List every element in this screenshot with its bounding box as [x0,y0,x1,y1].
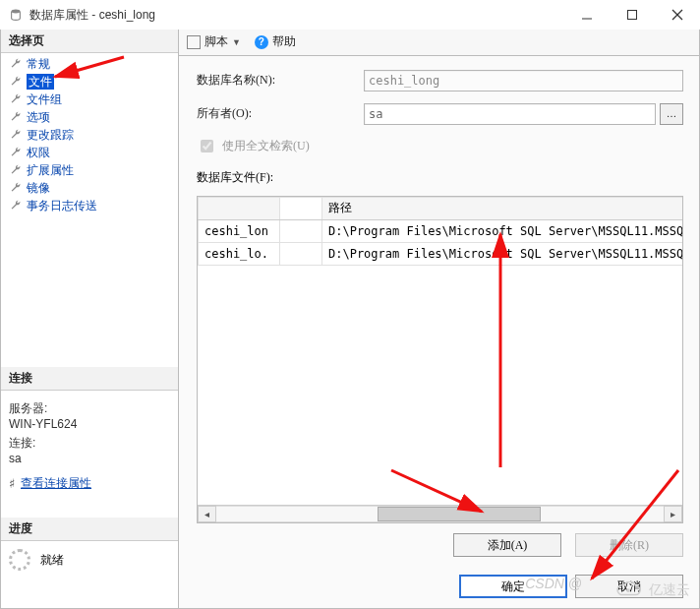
col-name-header[interactable] [199,197,280,219]
watermark-ysy: 亿速云 [613,581,690,599]
file-name-cell[interactable]: ceshi_lo. [199,242,280,265]
col-blank-header[interactable] [280,197,322,219]
db-files-grid[interactable]: 路径 ceshi_lon D:\Program Files\Microsoft … [197,196,683,523]
file-path-cell[interactable]: D:\Program Files\Microsoft SQL Server\MS… [322,242,684,265]
connection-block: 服务器: WIN-YFL624 连接: sa ♯ 查看连接属性 [1,391,178,500]
table-row[interactable]: ceshi_lon D:\Program Files\Microsoft SQL… [199,219,684,242]
progress-block: 就绪 [1,541,178,579]
title-bar: 数据库属性 - ceshi_long [0,0,700,30]
wrench-icon [9,181,23,195]
table-row[interactable]: ceshi_lo. D:\Program Files\Microsoft SQL… [199,242,684,265]
wrench-icon [9,128,23,142]
progress-status: 就绪 [40,552,64,569]
nav-item-permissions[interactable]: 权限 [1,144,178,161]
owner-label: 所有者(O): [197,105,364,122]
select-page-header: 选择页 [1,30,178,53]
wrench-icon [9,110,23,124]
horizontal-scrollbar[interactable]: ◂ ▸ [198,505,682,522]
connection-value: sa [9,452,170,465]
server-label: 服务器: [9,400,170,417]
nav-item-filegroups[interactable]: 文件组 [1,91,178,108]
owner-browse-button[interactable]: … [660,103,683,125]
fulltext-label: 使用全文检索(U) [222,138,310,154]
scroll-right-arrow[interactable]: ▸ [664,506,682,522]
nav-item-mirroring[interactable]: 镜像 [1,179,178,197]
window-title: 数据库属性 - ceshi_long [29,7,564,24]
scroll-thumb[interactable] [378,507,541,521]
wrench-icon [9,146,23,159]
minimize-button[interactable] [564,0,610,30]
fulltext-checkbox [201,140,213,152]
db-name-input[interactable] [364,70,683,91]
file-path-cell[interactable]: D:\Program Files\Microsoft SQL Server\MS… [322,219,684,242]
maximize-button[interactable] [610,0,655,30]
svg-point-9 [626,588,630,592]
page-nav-list: 常规 文件 文件组 选项 更改跟踪 [1,53,178,220]
server-value: WIN-YFL624 [9,417,170,431]
wrench-icon [9,75,23,89]
owner-input[interactable] [364,103,656,125]
scroll-track[interactable] [216,506,664,522]
window-frame: 数据库属性 - ceshi_long 选择页 常规 [0,0,700,609]
svg-point-0 [12,10,21,14]
progress-header: 进度 [1,518,178,541]
connection-icon: ♯ [9,476,15,491]
connection-header: 连接 [1,367,178,391]
nav-item-files[interactable]: 文件 [1,73,178,91]
remove-button: 删除(R) [575,533,683,557]
nav-item-options[interactable]: 选项 [1,108,178,126]
nav-item-extendedprops[interactable]: 扩展属性 [1,161,178,179]
help-icon: ? [255,35,268,49]
content-panel: 脚本 ▼ ? 帮助 数据库名称(N): 所有者(O): … [179,30,699,608]
nav-item-changetracking[interactable]: 更改跟踪 [1,126,178,144]
file-name-cell[interactable]: ceshi_lon [199,219,280,242]
database-icon [8,7,24,23]
db-name-label: 数据库名称(N): [197,72,364,89]
cloud-icon [613,581,643,599]
svg-rect-2 [628,11,637,20]
help-button[interactable]: ? 帮助 [255,33,296,50]
connection-label: 连接: [9,435,170,452]
script-icon [187,35,201,49]
spinner-icon [9,549,30,571]
content-toolbar: 脚本 ▼ ? 帮助 [179,30,699,56]
wrench-icon [9,57,23,71]
col-path-header[interactable]: 路径 [322,197,684,219]
view-connection-properties-link[interactable]: 查看连接属性 [21,475,91,492]
nav-item-logshipping[interactable]: 事务日志传送 [1,197,178,214]
wrench-icon [9,199,23,213]
script-dropdown[interactable]: 脚本 ▼ [187,33,241,50]
files-label: 数据库文件(F): [197,169,683,186]
add-button[interactable]: 添加(A) [453,533,561,557]
chevron-down-icon: ▼ [232,37,241,47]
close-button[interactable] [655,0,700,30]
scroll-left-arrow[interactable]: ◂ [198,506,216,522]
wrench-icon [9,163,23,177]
nav-item-general[interactable]: 常规 [1,55,178,73]
watermark-csdn: CSDN @ [525,576,582,591]
left-panel: 选择页 常规 文件 文件组 选项 [1,30,179,608]
file-blank-cell[interactable] [280,219,322,242]
file-blank-cell[interactable] [280,242,322,265]
wrench-icon [9,92,23,106]
